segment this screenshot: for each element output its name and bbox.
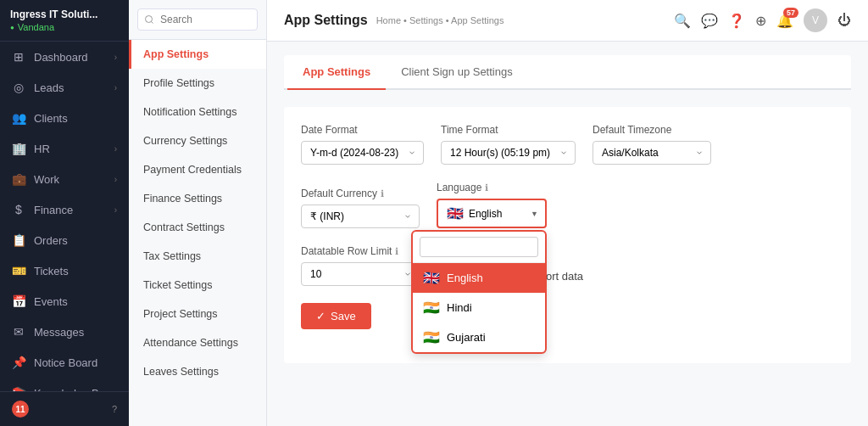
settings-nav-currency[interactable]: Currency Settings	[129, 126, 266, 155]
form-row-1: Date Format Y-m-d (2024-08-23) Time Form…	[301, 124, 834, 228]
datatable-group: Datatable Row Limit ℹ 10	[301, 245, 420, 286]
lang-option-hindi[interactable]: 🇮🇳 Hindi	[413, 293, 545, 322]
time-format-label: Time Format	[441, 124, 576, 136]
sidebar-item-work[interactable]: 💼 Work ›	[0, 164, 129, 194]
orders-icon: 📋	[12, 233, 25, 247]
tickets-icon: 🎫	[12, 264, 25, 277]
dashboard-icon: ⊞	[12, 50, 25, 64]
sidebar-label: Tickets	[34, 265, 69, 277]
power-icon[interactable]: ⏻	[837, 13, 851, 28]
sidebar-footer: 11 ?	[0, 391, 129, 426]
settings-nav-app-settings[interactable]: App Settings	[129, 40, 266, 69]
settings-nav-ticket[interactable]: Ticket Settings	[129, 271, 266, 300]
sidebar-item-noticeboard[interactable]: 📌 Notice Board	[0, 347, 129, 378]
save-button[interactable]: ✓ Save	[301, 303, 371, 329]
timezone-label: Default Timezone	[593, 124, 711, 136]
help-icon[interactable]: ❓	[728, 13, 745, 29]
sidebar-label: Notice Board	[34, 356, 97, 369]
settings-nav-attendance[interactable]: Attendance Settings	[129, 328, 266, 357]
settings-nav-finance[interactable]: Finance Settings	[129, 184, 266, 213]
settings-nav-contract[interactable]: Contract Settings	[129, 213, 266, 242]
datatable-help-icon[interactable]: ℹ	[395, 246, 398, 257]
settings-nav-tax[interactable]: Tax Settings	[129, 242, 266, 271]
settings-nav-profile[interactable]: Profile Settings	[129, 69, 266, 98]
sidebar-item-knowledgebase[interactable]: 📚 Knowledge Base	[0, 378, 129, 391]
breadcrumb: Home • Settings • App Settings	[376, 15, 504, 25]
tab-client-signup[interactable]: Client Sign up Settings	[386, 55, 528, 90]
gujarati-flag: 🇮🇳	[423, 329, 440, 345]
save-check-icon: ✓	[316, 310, 326, 322]
currency-help-icon[interactable]: ℹ	[381, 188, 384, 199]
settings-nav-leaves[interactable]: Leaves Settings	[129, 357, 266, 386]
timezone-group: Default Timezone Asia/Kolkata	[593, 124, 711, 165]
sidebar-label: Finance	[34, 204, 73, 216]
sidebar-item-orders[interactable]: 📋 Orders	[0, 225, 129, 255]
settings-nav-project[interactable]: Project Settings	[129, 300, 266, 328]
form-row-2: Datatable Row Limit ℹ 10 Employee can ex…	[301, 245, 834, 286]
help-icon[interactable]: ?	[112, 404, 117, 414]
sidebar-item-clients[interactable]: 👥 Clients	[0, 103, 129, 133]
sidebar-item-events[interactable]: 📅 Events	[0, 286, 129, 317]
language-dropdown: 🇬🇧 English 🇮🇳 Hindi 🇮🇳 Gujarati	[411, 230, 547, 354]
search-input[interactable]	[137, 8, 258, 31]
add-icon[interactable]: ⊕	[755, 13, 766, 29]
topbar-icons: 🔍 💬 ❓ ⊕ 🔔 57 V ⏻	[674, 8, 851, 32]
time-format-select[interactable]: 12 Hour(s) (05:19 pm)	[441, 141, 576, 165]
settings-nav-payment[interactable]: Payment Credentials	[129, 155, 266, 184]
settings-sidebar: App Settings Profile Settings Notificati…	[129, 0, 267, 426]
settings-nav-notification[interactable]: Notification Settings	[129, 98, 266, 126]
lang-option-gujarati[interactable]: 🇮🇳 Gujarati	[413, 322, 545, 352]
sidebar-label: Events	[34, 295, 68, 308]
chevron-icon: ›	[114, 175, 117, 184]
save-label: Save	[331, 310, 356, 322]
chat-icon[interactable]: 💬	[701, 13, 718, 29]
date-format-group: Date Format Y-m-d (2024-08-23)	[301, 124, 424, 165]
topbar-left: App Settings Home • Settings • App Setti…	[284, 13, 504, 28]
main-content: App Settings Home • Settings • App Setti…	[267, 0, 868, 426]
date-format-select[interactable]: Y-m-d (2024-08-23)	[301, 141, 424, 165]
messages-icon: ✉	[12, 325, 25, 339]
lang-search-input[interactable]	[420, 237, 538, 257]
sidebar-nav: ⊞ Dashboard › ◎ Leads › 👥 Clients 🏢 HR ›	[0, 42, 129, 391]
date-format-label: Date Format	[301, 124, 424, 136]
sidebar-item-messages[interactable]: ✉ Messages	[0, 317, 129, 347]
gujarati-label: Gujarati	[447, 331, 486, 344]
chevron-icon: ›	[114, 144, 117, 154]
language-select[interactable]: 🇬🇧 English	[437, 199, 547, 228]
currency-select[interactable]: ₹ (INR)	[301, 205, 420, 228]
sidebar-item-hr[interactable]: 🏢 HR ›	[0, 133, 129, 164]
sidebar-item-tickets[interactable]: 🎫 Tickets	[0, 255, 129, 286]
language-help-icon[interactable]: ℹ	[485, 182, 488, 193]
currency-label: Default Currency ℹ	[301, 188, 420, 199]
sidebar-item-leads[interactable]: ◎ Leads ›	[0, 72, 129, 103]
sidebar-item-dashboard[interactable]: ⊞ Dashboard ›	[0, 42, 129, 72]
app-name: Ingress IT Soluti...	[10, 8, 119, 20]
search-icon[interactable]: 🔍	[674, 13, 691, 29]
notification-icon[interactable]: 🔔 57	[776, 13, 793, 29]
sidebar-label: Clients	[34, 112, 68, 125]
lang-option-english[interactable]: 🇬🇧 English	[413, 263, 545, 293]
page-title: App Settings	[284, 13, 368, 28]
content-area: App Settings Client Sign up Settings Dat…	[267, 42, 868, 426]
timezone-select[interactable]: Asia/Kolkata	[593, 141, 711, 165]
sidebar-label: Dashboard	[34, 51, 88, 64]
hr-icon: 🏢	[12, 142, 25, 155]
sidebar-item-finance[interactable]: $ Finance ›	[0, 194, 129, 225]
sidebar-label: HR	[34, 143, 50, 155]
sidebar-logo: Ingress IT Soluti... Vandana	[0, 0, 129, 42]
language-value: English	[469, 208, 502, 220]
hindi-label: Hindi	[447, 301, 472, 314]
datatable-select[interactable]: 10	[301, 262, 420, 286]
settings-form: Date Format Y-m-d (2024-08-23) Time Form…	[284, 107, 851, 363]
time-format-group: Time Format 12 Hour(s) (05:19 pm)	[441, 124, 576, 165]
leads-icon: ◎	[12, 81, 25, 94]
sidebar-label: Messages	[34, 326, 84, 339]
currency-group: Default Currency ℹ ₹ (INR)	[301, 188, 420, 228]
avatar[interactable]: V	[804, 8, 827, 32]
hindi-flag: 🇮🇳	[423, 300, 440, 316]
topbar: App Settings Home • Settings • App Setti…	[267, 0, 868, 42]
footer-badge: 11	[12, 401, 29, 418]
notification-badge: 57	[783, 8, 798, 18]
sidebar-label: Work	[34, 173, 59, 186]
tab-app-settings[interactable]: App Settings	[287, 55, 386, 90]
